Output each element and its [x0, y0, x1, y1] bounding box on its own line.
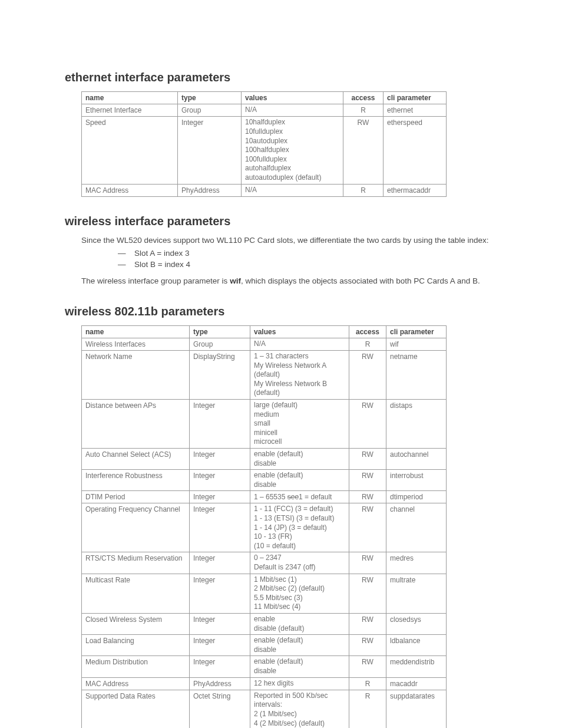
table-ethernet: name type values access cli parameter Et… — [81, 91, 447, 197]
table-row: Supported Data RatesOctet StringReported… — [82, 690, 447, 728]
cell-cli: dtimperiod — [386, 491, 447, 503]
cell-values: 10halfduplex10fullduplex10autoduplex100h… — [242, 117, 343, 184]
cell-cli: suppdatarates — [386, 690, 447, 728]
col-access: access — [343, 92, 384, 104]
cell-type: Integer — [190, 491, 250, 503]
cell-type: Integer — [190, 399, 250, 448]
cell-type: Integer — [190, 448, 250, 469]
cell-cli: netname — [386, 350, 447, 399]
cell-name: Wireless Interfaces — [82, 338, 190, 350]
col-name: name — [82, 92, 178, 104]
cell-type: Integer — [190, 574, 250, 613]
cell-cli: closedsys — [386, 614, 447, 635]
cell-cli: ethermacaddr — [384, 184, 447, 196]
heading-80211b: wireless 802.11b parameters — [65, 304, 497, 319]
cell-access: RW — [349, 470, 386, 491]
col-cli: cli parameter — [386, 325, 447, 338]
cell-type: Integer — [178, 117, 242, 184]
table-row: Wireless InterfacesGroupN/ARwif — [82, 338, 447, 350]
table-row: Load BalancingIntegerenable (default)dis… — [82, 635, 447, 656]
cell-values: 1 - 11 (FCC) (3 = default)1 - 13 (ETSI) … — [250, 503, 349, 552]
table-row: Closed Wireless SystemIntegerenabledisab… — [82, 614, 447, 635]
cell-values: 1 – 65535 see1 = default — [250, 491, 349, 503]
table-row: Network NameDisplayString1 – 31 characte… — [82, 350, 447, 399]
text-run: The wireless interface group parameter i… — [81, 276, 230, 285]
cell-name: Auto Channel Select (ACS) — [82, 448, 190, 469]
heading-wireless-interface: wireless interface parameters — [65, 213, 497, 229]
cell-access: RW — [349, 635, 386, 656]
col-values: values — [242, 92, 343, 104]
table-row: MAC AddressPhyAddressN/ARethermacaddr — [82, 184, 447, 196]
cell-access: R — [349, 677, 386, 690]
cell-values: 0 – 2347Default is 2347 (off) — [250, 552, 349, 574]
table-80211b: name type values access cli parameter Wi… — [81, 325, 447, 728]
table-row: DTIM PeriodInteger1 – 65535 see1 = defau… — [82, 491, 447, 503]
cell-cli: multrate — [386, 574, 447, 613]
cell-name: Supported Data Rates — [82, 690, 190, 728]
cell-access: R — [349, 338, 386, 350]
cell-access: RW — [349, 399, 386, 448]
cell-name: Operating Frequency Channel — [82, 503, 190, 552]
col-type: type — [190, 325, 250, 338]
table-header-row: name type values access cli parameter — [82, 325, 447, 338]
col-type: type — [178, 92, 242, 104]
cell-values: enable (default)disable — [250, 470, 349, 491]
cell-cli: autochannel — [386, 448, 447, 469]
text-run: , which displays the objects associated … — [241, 276, 480, 285]
table-row: Multicast RateInteger1 Mbit/sec (1)2 Mbi… — [82, 574, 447, 613]
cell-name: Speed — [82, 117, 178, 184]
table-row: Distance between APsIntegerlarge (defaul… — [82, 399, 447, 448]
table-row: SpeedInteger10halfduplex10fullduplex10au… — [82, 117, 447, 184]
cell-values: N/A — [250, 338, 349, 350]
cell-access: RW — [349, 350, 386, 399]
cell-access: RW — [349, 552, 386, 574]
cell-name: MAC Address — [82, 184, 178, 196]
cell-name: Network Name — [82, 350, 190, 399]
cell-cli: distaps — [386, 399, 447, 448]
cell-cli: wif — [386, 338, 447, 350]
cell-access: R — [349, 690, 386, 728]
list-item: Slot A = index 3 — [118, 248, 497, 259]
cell-type: Integer — [190, 635, 250, 656]
cell-cli: channel — [386, 503, 447, 552]
cell-name: Interference Robustness — [82, 470, 190, 491]
cell-values: Reported in 500 Kb/sec intervals:2 (1 Mb… — [250, 690, 349, 728]
cell-name: Distance between APs — [82, 399, 190, 448]
cell-cli: ldbalance — [386, 635, 447, 656]
cell-type: Integer — [190, 656, 250, 677]
cell-type: Integer — [190, 552, 250, 574]
cell-values: enable (default)disable — [250, 448, 349, 469]
cell-access: RW — [349, 448, 386, 469]
cell-type: Integer — [190, 503, 250, 552]
cell-access: RW — [349, 491, 386, 503]
table-row: Operating Frequency ChannelInteger1 - 11… — [82, 503, 447, 552]
cell-access: RW — [349, 656, 386, 677]
cell-values: large (default)mediumsmallminicellmicroc… — [250, 399, 349, 448]
cell-name: MAC Address — [82, 677, 190, 690]
cell-name: Ethernet Interface — [82, 104, 178, 117]
cell-access: RW — [343, 117, 384, 184]
table-row: Ethernet InterfaceGroupN/ARethernet — [82, 104, 447, 117]
cell-values: N/A — [242, 104, 343, 117]
slot-index-list: Slot A = index 3 Slot B = index 4 — [118, 248, 497, 270]
cell-name: RTS/CTS Medium Reservation — [82, 552, 190, 574]
cell-values: 1 – 31 charactersMy Wireless Network A (… — [250, 350, 349, 399]
cell-values: enable (default)disable — [250, 635, 349, 656]
cell-access: RW — [349, 574, 386, 613]
table-row: Auto Channel Select (ACS)Integerenable (… — [82, 448, 447, 469]
cell-cli: medres — [386, 552, 447, 574]
cell-cli: etherspeed — [384, 117, 447, 184]
cell-values: 12 hex digits — [250, 677, 349, 690]
cell-values: 1 Mbit/sec (1)2 Mbit/sec (2) (default)5.… — [250, 574, 349, 613]
cell-name: DTIM Period — [82, 491, 190, 503]
cell-type: PhyAddress — [190, 677, 250, 690]
table-row: Interference RobustnessIntegerenable (de… — [82, 470, 447, 491]
cell-access: RW — [349, 614, 386, 635]
cell-name: Load Balancing — [82, 635, 190, 656]
cell-type: DisplayString — [190, 350, 250, 399]
cell-name: Closed Wireless System — [82, 614, 190, 635]
col-values: values — [250, 325, 349, 338]
table-row: Medium DistributionIntegerenable (defaul… — [82, 656, 447, 677]
cell-values: enabledisable (default) — [250, 614, 349, 635]
cell-cli: interrobust — [386, 470, 447, 491]
